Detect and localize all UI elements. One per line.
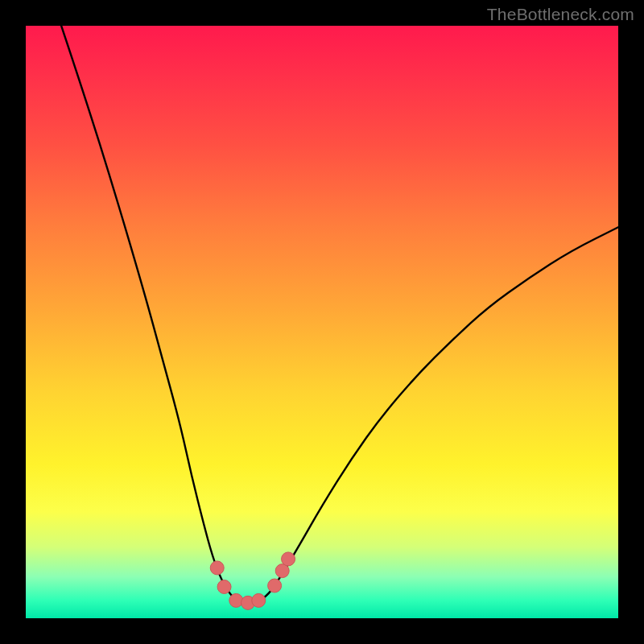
marker-dot xyxy=(210,561,224,575)
marker-dot xyxy=(268,579,282,592)
marker-dot xyxy=(229,593,243,607)
chart-frame: TheBottleneck.com xyxy=(0,0,644,644)
marker-group xyxy=(210,552,295,609)
marker-dot xyxy=(282,552,295,566)
marker-dot xyxy=(252,593,266,607)
plot-area xyxy=(26,26,618,618)
bottleneck-curve xyxy=(61,26,618,603)
marker-dot xyxy=(217,580,231,593)
curve-svg xyxy=(26,26,618,618)
watermark-text: TheBottleneck.com xyxy=(487,5,634,24)
